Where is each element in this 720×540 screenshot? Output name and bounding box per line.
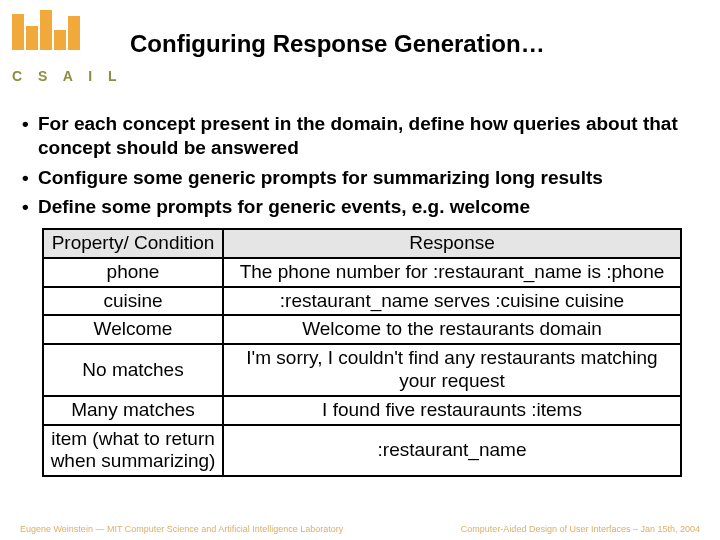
page-title: Configuring Response Generation…	[130, 30, 545, 58]
bullet-item: For each concept present in the domain, …	[20, 112, 700, 160]
table-row: phone The phone number for :restaurant_n…	[43, 258, 681, 287]
bullet-item: Configure some generic prompts for summa…	[20, 166, 700, 190]
slide: C S A I L Configuring Response Generatio…	[0, 0, 720, 540]
cell-response: I'm sorry, I couldn't find any restauran…	[223, 344, 681, 396]
cell-property: phone	[43, 258, 223, 287]
cell-property: item (what to return when summarizing)	[43, 425, 223, 477]
table-row: Welcome Welcome to the restaurants domai…	[43, 315, 681, 344]
table-row: item (what to return when summarizing) :…	[43, 425, 681, 477]
response-table: Property/ Condition Response phone The p…	[42, 228, 682, 477]
cell-response: I found five restauraunts :items	[223, 396, 681, 425]
header-property: Property/ Condition	[43, 229, 223, 258]
cell-property: cuisine	[43, 287, 223, 316]
cell-property: No matches	[43, 344, 223, 396]
table-row: cuisine :restaurant_name serves :cuisine…	[43, 287, 681, 316]
bullet-list: For each concept present in the domain, …	[20, 112, 700, 225]
csail-logo: C S A I L	[12, 10, 123, 84]
cell-property: Welcome	[43, 315, 223, 344]
footer-right: Computer-Aided Design of User Interfaces…	[461, 524, 700, 534]
table-header-row: Property/ Condition Response	[43, 229, 681, 258]
cell-response: Welcome to the restaurants domain	[223, 315, 681, 344]
table-row: No matches I'm sorry, I couldn't find an…	[43, 344, 681, 396]
cell-response: The phone number for :restaurant_name is…	[223, 258, 681, 287]
table-row: Many matches I found five restauraunts :…	[43, 396, 681, 425]
footer: Eugene Weinstein — MIT Computer Science …	[20, 524, 700, 534]
cell-response: :restaurant_name	[223, 425, 681, 477]
logo-graphic	[12, 10, 123, 50]
cell-property: Many matches	[43, 396, 223, 425]
bullet-item: Define some prompts for generic events, …	[20, 195, 700, 219]
header-response: Response	[223, 229, 681, 258]
footer-left: Eugene Weinstein — MIT Computer Science …	[20, 524, 343, 534]
cell-response: :restaurant_name serves :cuisine cuisine	[223, 287, 681, 316]
logo-text: C S A I L	[12, 68, 123, 84]
